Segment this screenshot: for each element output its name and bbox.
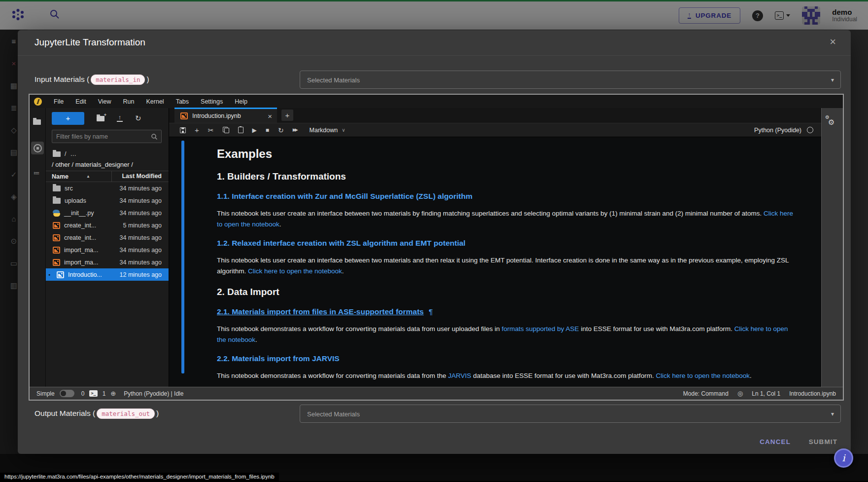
close-icon[interactable]: ×	[827, 35, 839, 49]
paragraph-text: This notebook demonstrates a workflow fo…	[217, 372, 448, 379]
kernel-name[interactable]: Python (Pyodide)	[754, 127, 801, 134]
file-modified: 34 minutes ago	[120, 259, 169, 266]
file-modified: 12 minutes ago	[120, 271, 169, 278]
jupyterlite-logo-icon[interactable]	[34, 98, 42, 106]
markdown-paragraph: This notebook lets user create an interf…	[217, 208, 794, 229]
tab-introduction-ipynb[interactable]: Introduction.ipynb ×	[174, 108, 277, 123]
paste-cells-icon[interactable]	[238, 127, 243, 133]
notebook-icon	[53, 234, 60, 241]
file-row--init-py[interactable]: __init__.py34 minutes ago	[46, 207, 169, 219]
paragraph-text: .	[750, 372, 752, 379]
simple-mode-toggle[interactable]	[60, 390, 74, 397]
markdown-heading[interactable]: 2.2. Materials import from JARVIS	[217, 353, 794, 364]
input-materials-select[interactable]: Selected Materials ▾	[300, 71, 841, 89]
paren-close: )	[156, 409, 159, 418]
file-row-import-ma-[interactable]: import_ma...34 minutes ago	[46, 256, 169, 268]
file-name: uploads	[65, 197, 86, 204]
insert-cell-icon[interactable]: +	[195, 126, 199, 134]
kernel-status-text[interactable]: Python (Pyodide) | Idle	[124, 390, 183, 397]
run-cell-icon[interactable]: ▶	[252, 127, 257, 133]
column-header-name[interactable]: Name ▲	[46, 173, 111, 180]
output-materials-select[interactable]: Selected Materials ▾	[300, 405, 841, 423]
jupyterlite-frame: FileEditViewRunKernelTabsSettingsHelp ≔ …	[29, 94, 844, 401]
running-sessions-tab-icon[interactable]	[31, 142, 44, 154]
file-row-src[interactable]: src34 minutes ago	[46, 182, 169, 194]
save-icon[interactable]	[180, 127, 186, 133]
submit-button[interactable]: SUBMIT	[806, 438, 840, 446]
restart-run-all-icon[interactable]: ▶▶	[293, 128, 297, 132]
file-row-uploads[interactable]: uploads34 minutes ago	[46, 194, 169, 207]
kernel-count[interactable]: 1	[103, 390, 106, 397]
menu-help[interactable]: Help	[229, 98, 253, 105]
copy-cells-icon[interactable]	[223, 127, 229, 133]
paragraph-text: into ESSE format for use with Mat3ra.com…	[579, 325, 734, 333]
file-row-create-int-[interactable]: create_int...34 minutes ago	[46, 231, 169, 244]
breadcrumb-path[interactable]: / other / materials_designer /	[52, 161, 133, 168]
home-folder-icon[interactable]	[53, 151, 61, 157]
output-select-label: Selected Materials	[307, 410, 360, 417]
notebook-icon	[180, 112, 188, 119]
new-folder-icon[interactable]: +	[97, 116, 104, 121]
file-modified: 34 minutes ago	[120, 185, 169, 192]
menu-view[interactable]: View	[92, 98, 117, 105]
markdown-heading[interactable]: 2.1. Materials import from files in ASE-…	[217, 306, 794, 317]
globe-icon: ⊕	[110, 390, 116, 397]
paragraph-text: This notebook lets user create an interf…	[217, 210, 764, 217]
file-row-import-ma-[interactable]: import_ma...34 minutes ago	[46, 244, 169, 256]
notebook-link[interactable]: Click here to open the notebook	[248, 267, 342, 275]
stop-kernel-icon[interactable]: ■	[266, 127, 269, 133]
cut-cells-icon[interactable]: ✂	[208, 127, 214, 134]
anchor-pilcrow-icon[interactable]: ¶	[429, 307, 433, 316]
file-name: Introductio...	[68, 271, 102, 278]
terminal-count[interactable]: 0	[81, 390, 85, 397]
heading-link-text[interactable]: 2.1. Materials import from files in ASE-…	[217, 307, 424, 316]
table-of-contents-tab-icon[interactable]: ≔	[34, 169, 39, 177]
menu-file[interactable]: File	[48, 98, 69, 105]
menu-kernel[interactable]: Kernel	[140, 98, 170, 105]
menu-edit[interactable]: Edit	[69, 98, 92, 105]
paragraph-text: database into ESSE format for use with M…	[471, 372, 656, 379]
input-materials-prefix: Input Materials (	[35, 75, 89, 84]
cancel-button[interactable]: CANCEL	[757, 438, 794, 446]
filter-files-input[interactable]	[52, 133, 151, 140]
refresh-icon[interactable]: ↻	[135, 115, 141, 122]
filter-search-icon	[151, 133, 158, 140]
upload-icon[interactable]: ↑	[117, 115, 123, 122]
paragraph-text: .	[342, 267, 344, 275]
breadcrumb-root[interactable]: /	[65, 150, 66, 157]
cursor-position[interactable]: Ln 1, Col 1	[752, 390, 780, 397]
menu-run[interactable]: Run	[117, 98, 140, 105]
command-mode-label[interactable]: Mode: Command	[683, 390, 729, 397]
breadcrumb-ellipsis[interactable]: …	[70, 150, 76, 157]
file-row-introductio-[interactable]: ●Introductio...12 minutes ago	[46, 268, 169, 281]
new-launcher-button[interactable]: +	[52, 112, 84, 125]
notebook-area: Introduction.ipynb × + + ✂ ▶ ■ ↻	[169, 108, 822, 387]
file-modified: 34 minutes ago	[120, 210, 169, 217]
markdown-heading[interactable]: 1.1. Interface creation with Zur and McG…	[217, 191, 794, 201]
tab-close-icon[interactable]: ×	[268, 112, 272, 120]
markdown-heading[interactable]: 1.2. Relaxed interface creation with ZSL…	[217, 238, 794, 248]
folder-icon	[53, 185, 61, 191]
file-list: src34 minutes agouploads34 minutes ago__…	[46, 182, 169, 387]
notebook-link[interactable]: JARVIS	[448, 372, 471, 379]
cell-type-select[interactable]: Markdown ∨	[310, 127, 346, 134]
notebook-link[interactable]: formats supported by ASE	[502, 325, 579, 333]
markdown-heading: Examples	[217, 147, 794, 161]
input-materials-label: Input Materials (materials_in)	[35, 74, 149, 85]
column-header-modified[interactable]: Last Modified	[111, 171, 169, 182]
file-browser-tab-icon[interactable]	[33, 118, 41, 127]
info-fab-button[interactable]: i	[834, 448, 853, 468]
file-name: create_int...	[64, 222, 96, 229]
file-row-create-int-[interactable]: create_int...5 minutes ago	[46, 219, 169, 231]
property-inspector-gears-icon[interactable]: ⚙ ⚙	[825, 115, 838, 128]
menu-settings[interactable]: Settings	[195, 98, 229, 105]
restart-kernel-icon[interactable]: ↻	[278, 127, 284, 134]
markdown-paragraph: This notebook demonstrates a workflow fo…	[217, 324, 794, 345]
menu-tabs[interactable]: Tabs	[170, 98, 195, 105]
selected-cell-bar[interactable]	[181, 141, 184, 373]
notebook-link[interactable]: Click here to open the notebook	[656, 372, 750, 379]
file-name: import_ma...	[64, 259, 98, 266]
paragraph-text: .	[279, 221, 281, 228]
new-tab-button[interactable]: +	[281, 110, 293, 121]
kernel-status-icon[interactable]	[807, 127, 813, 133]
